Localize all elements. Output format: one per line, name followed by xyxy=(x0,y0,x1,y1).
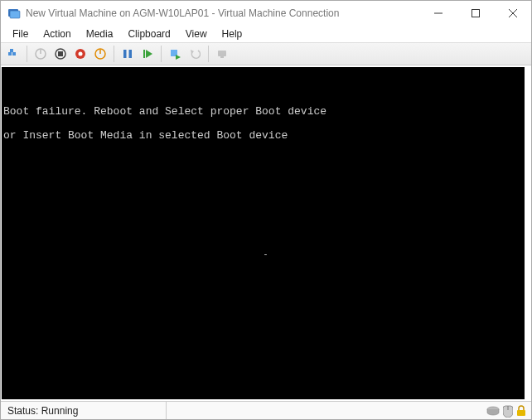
toolbar-separator xyxy=(208,46,209,62)
console-line: or Insert Boot Media in selected Boot de… xyxy=(3,130,523,142)
minimize-button[interactable] xyxy=(419,1,457,26)
text-cursor: - xyxy=(264,250,268,259)
status-value: Running xyxy=(41,405,79,417)
svg-point-14 xyxy=(79,52,83,56)
svg-rect-8 xyxy=(10,49,13,52)
toolbar-separator xyxy=(27,46,27,62)
disk-icon xyxy=(486,406,500,416)
enhanced-session-button[interactable] xyxy=(213,45,231,63)
svg-rect-24 xyxy=(218,51,226,56)
mouse-icon xyxy=(503,404,513,418)
revert-button[interactable] xyxy=(186,45,204,63)
svg-rect-3 xyxy=(472,10,479,17)
titlebar: New Virtual Machine on AGM-W10LAP01 - Vi… xyxy=(1,1,531,26)
app-icon xyxy=(7,7,21,20)
svg-marker-22 xyxy=(176,55,181,60)
menu-action[interactable]: Action xyxy=(36,27,77,41)
lock-icon xyxy=(516,405,526,417)
reset-button[interactable] xyxy=(138,45,157,63)
menu-view[interactable]: View xyxy=(179,27,214,41)
menu-clipboard[interactable]: Clipboard xyxy=(121,27,177,41)
close-button[interactable] xyxy=(494,1,531,26)
turn-off-button[interactable] xyxy=(51,45,70,63)
svg-rect-12 xyxy=(58,51,63,56)
save-button[interactable] xyxy=(91,45,109,63)
menu-media[interactable]: Media xyxy=(80,27,120,41)
pause-button[interactable] xyxy=(118,45,137,63)
menubar: File Action Media Clipboard View Help xyxy=(1,26,531,42)
start-button[interactable] xyxy=(31,45,50,63)
status-tray xyxy=(481,404,531,418)
maximize-button[interactable] xyxy=(457,1,494,26)
toolbar xyxy=(1,42,531,65)
window-controls xyxy=(419,1,531,26)
window-title: New Virtual Machine on AGM-W10LAP01 - Vi… xyxy=(26,7,419,19)
svg-rect-1 xyxy=(10,11,20,18)
shut-down-button[interactable] xyxy=(71,45,89,63)
console-line: Boot failure. Reboot and Select proper B… xyxy=(3,106,523,118)
statusbar: Status: Running xyxy=(1,401,531,419)
vm-console[interactable]: Boot failure. Reboot and Select proper B… xyxy=(2,67,525,399)
svg-rect-6 xyxy=(8,52,12,56)
svg-rect-7 xyxy=(12,52,16,56)
svg-rect-19 xyxy=(143,50,145,58)
svg-rect-17 xyxy=(123,50,127,58)
status-cell: Status: Running xyxy=(1,402,167,419)
menu-file[interactable]: File xyxy=(6,27,35,41)
ctrl-alt-del-button[interactable] xyxy=(4,45,22,63)
toolbar-separator xyxy=(161,46,162,62)
svg-rect-28 xyxy=(517,410,525,416)
svg-marker-20 xyxy=(146,50,152,58)
menu-help[interactable]: Help xyxy=(215,27,249,41)
toolbar-separator xyxy=(114,46,114,62)
svg-rect-25 xyxy=(220,56,224,58)
checkpoint-button[interactable] xyxy=(166,45,184,63)
status-label: Status: xyxy=(7,405,38,417)
svg-rect-18 xyxy=(129,50,133,58)
